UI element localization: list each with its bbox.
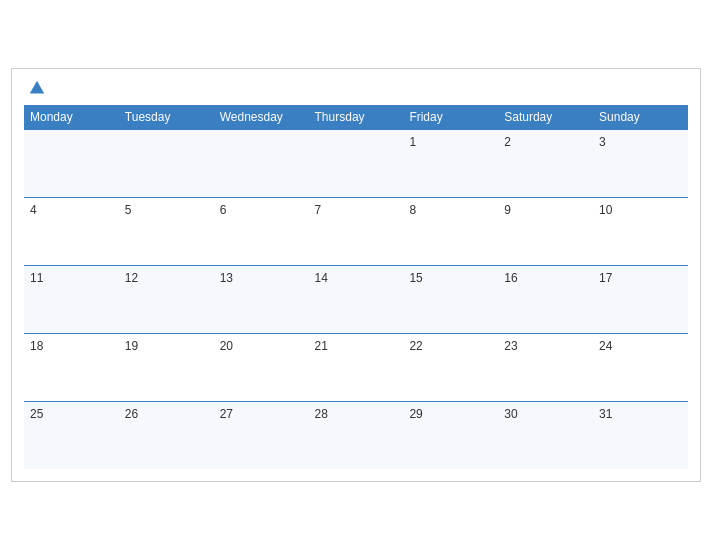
day-number: 9: [504, 203, 511, 217]
day-cell-12: 12: [119, 265, 214, 333]
day-cell-18: 18: [24, 333, 119, 401]
week-row-2: 45678910: [24, 197, 688, 265]
day-cell-28: 28: [309, 401, 404, 469]
day-cell-22: 22: [403, 333, 498, 401]
day-cell-2: 2: [498, 129, 593, 197]
day-cell-19: 19: [119, 333, 214, 401]
day-cell-6: 6: [214, 197, 309, 265]
day-number: 30: [504, 407, 517, 421]
day-header-wednesday: Wednesday: [214, 105, 309, 130]
day-number: 10: [599, 203, 612, 217]
day-header-sunday: Sunday: [593, 105, 688, 130]
day-cell-31: 31: [593, 401, 688, 469]
day-header-monday: Monday: [24, 105, 119, 130]
day-number: 27: [220, 407, 233, 421]
day-cell-8: 8: [403, 197, 498, 265]
week-row-5: 25262728293031: [24, 401, 688, 469]
day-number: 4: [30, 203, 37, 217]
day-cell-30: 30: [498, 401, 593, 469]
day-cell-26: 26: [119, 401, 214, 469]
calendar-container: MondayTuesdayWednesdayThursdayFridaySatu…: [11, 68, 701, 483]
day-cell-17: 17: [593, 265, 688, 333]
day-number: 31: [599, 407, 612, 421]
day-number: 18: [30, 339, 43, 353]
day-number: 15: [409, 271, 422, 285]
day-number: 16: [504, 271, 517, 285]
week-row-1: 123: [24, 129, 688, 197]
day-number: 3: [599, 135, 606, 149]
day-number: 23: [504, 339, 517, 353]
day-cell-13: 13: [214, 265, 309, 333]
day-cell-4: 4: [24, 197, 119, 265]
day-header-tuesday: Tuesday: [119, 105, 214, 130]
logo-triangle-icon: [28, 79, 46, 97]
day-cell-15: 15: [403, 265, 498, 333]
day-cell-7: 7: [309, 197, 404, 265]
day-cell-11: 11: [24, 265, 119, 333]
day-cell-27: 27: [214, 401, 309, 469]
day-number: 20: [220, 339, 233, 353]
empty-cell: [24, 129, 119, 197]
day-number: 22: [409, 339, 422, 353]
day-number: 13: [220, 271, 233, 285]
week-row-3: 11121314151617: [24, 265, 688, 333]
day-number: 26: [125, 407, 138, 421]
days-header-row: MondayTuesdayWednesdayThursdayFridaySatu…: [24, 105, 688, 130]
svg-marker-0: [30, 81, 44, 94]
day-number: 5: [125, 203, 132, 217]
day-number: 12: [125, 271, 138, 285]
day-cell-3: 3: [593, 129, 688, 197]
empty-cell: [214, 129, 309, 197]
day-cell-23: 23: [498, 333, 593, 401]
day-number: 7: [315, 203, 322, 217]
day-number: 25: [30, 407, 43, 421]
day-number: 19: [125, 339, 138, 353]
day-cell-9: 9: [498, 197, 593, 265]
day-cell-10: 10: [593, 197, 688, 265]
empty-cell: [119, 129, 214, 197]
day-number: 11: [30, 271, 43, 285]
day-number: 21: [315, 339, 328, 353]
day-cell-24: 24: [593, 333, 688, 401]
day-number: 28: [315, 407, 328, 421]
day-number: 1: [409, 135, 416, 149]
day-header-friday: Friday: [403, 105, 498, 130]
day-cell-21: 21: [309, 333, 404, 401]
day-cell-29: 29: [403, 401, 498, 469]
day-header-saturday: Saturday: [498, 105, 593, 130]
day-number: 2: [504, 135, 511, 149]
day-number: 29: [409, 407, 422, 421]
day-number: 6: [220, 203, 227, 217]
empty-cell: [309, 129, 404, 197]
day-number: 24: [599, 339, 612, 353]
week-row-4: 18192021222324: [24, 333, 688, 401]
day-cell-14: 14: [309, 265, 404, 333]
day-number: 17: [599, 271, 612, 285]
calendar-header: [24, 79, 688, 97]
day-number: 14: [315, 271, 328, 285]
logo: [28, 79, 46, 97]
day-cell-1: 1: [403, 129, 498, 197]
day-cell-5: 5: [119, 197, 214, 265]
calendar-table: MondayTuesdayWednesdayThursdayFridaySatu…: [24, 105, 688, 470]
day-cell-16: 16: [498, 265, 593, 333]
day-cell-25: 25: [24, 401, 119, 469]
day-header-thursday: Thursday: [309, 105, 404, 130]
day-number: 8: [409, 203, 416, 217]
day-cell-20: 20: [214, 333, 309, 401]
